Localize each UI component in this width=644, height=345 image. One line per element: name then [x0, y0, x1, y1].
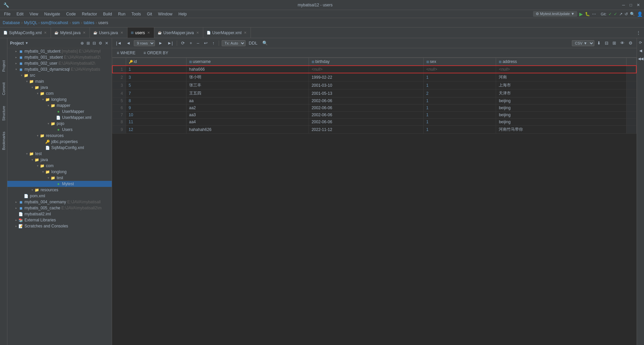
- maximize-button[interactable]: □: [629, 3, 633, 7]
- sidebar-expand-btn[interactable]: ⊞: [86, 40, 91, 46]
- tree-mybatis001[interactable]: ▸ ◼ mybatis_001_student E:\JAVA\mybatisa…: [7, 54, 112, 60]
- menu-refactor[interactable]: Refactor: [79, 11, 100, 17]
- menu-edit[interactable]: Edit: [14, 11, 26, 17]
- tree-src[interactable]: ▾ 📁 src: [7, 72, 112, 78]
- tab-sqlmapconfig[interactable]: 📄 SqlMapConfig.xml ✕: [0, 27, 51, 38]
- sidebar-close-btn[interactable]: ✕: [104, 40, 109, 46]
- tab-more-btn[interactable]: ⋮: [635, 29, 642, 36]
- csv-selector[interactable]: CSV ▼: [572, 40, 594, 46]
- tree-test[interactable]: ▾ 📁 test: [7, 151, 112, 157]
- tree-test-testfolder[interactable]: ▾ 📁 test: [7, 175, 112, 181]
- sidebar-collapse-btn[interactable]: ⊟: [92, 40, 97, 46]
- tree-com[interactable]: ▾ 📁 com: [7, 90, 112, 96]
- cell-sex[interactable]: <null>: [423, 66, 496, 73]
- breadcrumb-users[interactable]: users: [98, 20, 108, 25]
- cell-username[interactable]: 王五四: [186, 89, 309, 97]
- sidebar-dropdown-icon[interactable]: ▼: [25, 41, 29, 45]
- table-row[interactable]: 4 7 王五四 2001-05-13 2 天津市: [112, 89, 636, 97]
- tree-users-class[interactable]: ● Users: [7, 127, 112, 133]
- ddl-btn[interactable]: DDL: [248, 40, 259, 46]
- cell-address[interactable]: beijing: [496, 119, 626, 126]
- minimize-button[interactable]: ─: [621, 3, 626, 7]
- menu-view[interactable]: View: [27, 11, 41, 17]
- cell-birthday[interactable]: 2002-06-06: [309, 97, 423, 105]
- cell-id[interactable]: 5: [126, 81, 186, 89]
- tree-usermapper-class[interactable]: ● UserMapper: [7, 109, 112, 115]
- sidebar-settings-btn[interactable]: ⚙: [98, 40, 103, 46]
- menu-help[interactable]: Help: [176, 11, 190, 17]
- tree-jdbc-props[interactable]: 🔑 jdbc.properties: [7, 139, 112, 145]
- cell-username[interactable]: aa2: [186, 105, 309, 112]
- table-row[interactable]: 3 5 张三丰 2001-03-10 1 上海市: [112, 81, 636, 89]
- panel-tab-bookmarks[interactable]: Bookmarks: [2, 130, 6, 152]
- cell-birthday[interactable]: 2002-06-06: [309, 112, 423, 119]
- commit-btn[interactable]: ↑: [211, 40, 216, 46]
- panel-tab-project[interactable]: Project: [2, 58, 6, 74]
- close-button[interactable]: ✕: [636, 3, 641, 7]
- nav-last-btn[interactable]: ►|: [166, 40, 174, 46]
- tree-external-libs[interactable]: ▸ 📚 External Libraries: [7, 217, 112, 223]
- tree-sqlmapconfig[interactable]: 📄 SqlMapConfig.xml: [7, 145, 112, 151]
- cell-address[interactable]: beijing: [496, 112, 626, 119]
- table-row[interactable]: 1 1 haha666 <null> <null> <null>: [112, 66, 636, 73]
- cell-username[interactable]: aa3: [186, 112, 309, 119]
- cell-address[interactable]: 河南: [496, 73, 626, 81]
- menu-run[interactable]: Run: [115, 11, 128, 17]
- tree-scratches[interactable]: ▸ 📝 Scratches and Consoles: [7, 223, 112, 229]
- breadcrumb-ssm[interactable]: ssm: [72, 20, 79, 25]
- more-run-options[interactable]: ⋯: [592, 12, 596, 16]
- menu-code[interactable]: Code: [63, 11, 78, 17]
- tab-usersjava-close[interactable]: ✕: [120, 30, 124, 35]
- cell-id[interactable]: 1: [126, 66, 186, 73]
- cell-birthday[interactable]: 1999-02-22: [309, 73, 423, 81]
- cell-id[interactable]: 9: [126, 105, 186, 112]
- table-row[interactable]: 2 3 张小明 1999-02-22 1 河南: [112, 73, 636, 81]
- view-settings-btn[interactable]: 👁: [619, 40, 626, 46]
- col-settings-btn[interactable]: ⊞: [611, 40, 618, 46]
- tab-usermapper[interactable]: ☕ UserMapper.java ✕: [154, 27, 203, 38]
- tree-java[interactable]: ▾ 📁 java: [7, 84, 112, 90]
- col-birthday[interactable]: ⊞birthday: [309, 58, 423, 66]
- refresh-btn[interactable]: ⟳: [180, 40, 186, 46]
- nav-prev-btn[interactable]: ◄: [125, 40, 132, 46]
- tree-test-com[interactable]: ▾ 📁 com: [7, 163, 112, 169]
- tree-main[interactable]: ▾ 📁 main: [7, 78, 112, 84]
- git-check2-icon[interactable]: ✓: [614, 12, 617, 16]
- tab-mytest-close[interactable]: ✕: [82, 30, 86, 35]
- cell-id[interactable]: 12: [126, 126, 186, 134]
- breadcrumb-database[interactable]: Database: [3, 20, 20, 25]
- download-btn[interactable]: ⬇: [596, 40, 602, 46]
- tree-mapper[interactable]: ▾ 📁 mapper: [7, 102, 112, 109]
- table-row[interactable]: 7 10 aa3 2002-06-06 1 beijing: [112, 112, 636, 119]
- tree-mybatis005[interactable]: ▸ ◼ mybatis_005_cache E:\JAVA\mybatisall…: [7, 205, 112, 211]
- search-data-btn[interactable]: 🔍: [261, 40, 269, 46]
- tree-test-java[interactable]: ▾ 📁 java: [7, 157, 112, 163]
- tree-pojo[interactable]: ▾ 📁 pojo: [7, 121, 112, 127]
- tab-users-java[interactable]: ☕ Users.java ✕: [90, 27, 127, 38]
- col-username[interactable]: ⊞username: [186, 58, 309, 66]
- tab-usermapper-xml[interactable]: 📄 UserMapper.xml ✕: [203, 27, 251, 38]
- menu-build[interactable]: Build: [100, 11, 115, 17]
- tree-usermapper-xml[interactable]: 📄 UserMapper.xml: [7, 115, 112, 121]
- cell-sex[interactable]: 1: [423, 97, 496, 105]
- breadcrumb-mysql[interactable]: MySQL - ssm@localhost: [24, 20, 68, 25]
- cell-address[interactable]: beijing: [496, 105, 626, 112]
- cell-username[interactable]: hahahah626: [186, 126, 309, 134]
- menu-window[interactable]: Window: [155, 11, 175, 17]
- run-button[interactable]: ▶: [579, 11, 583, 17]
- table-settings-btn[interactable]: ⚙: [627, 40, 634, 46]
- run-config-selector[interactable]: ⚙ Mytest.testUpdate ▼: [533, 11, 577, 17]
- cell-id[interactable]: 11: [126, 119, 186, 126]
- tree-test-longlong[interactable]: ▾ 📁 longlong: [7, 169, 112, 175]
- cell-username[interactable]: haha666: [186, 66, 309, 73]
- filter-btn-right[interactable]: ⊟: [603, 40, 610, 46]
- cell-sex[interactable]: 1: [423, 126, 496, 134]
- cell-address[interactable]: 河南竹马带你: [496, 126, 626, 134]
- tab-usermapper-close[interactable]: ✕: [196, 30, 200, 35]
- col-sex[interactable]: ⊞sex: [423, 58, 496, 66]
- right-icon-2[interactable]: ◀: [638, 48, 644, 54]
- cell-sex[interactable]: 1: [423, 105, 496, 112]
- right-icon-3[interactable]: ◀◀: [638, 56, 644, 62]
- cell-username[interactable]: aa4: [186, 119, 309, 126]
- cell-birthday[interactable]: <null>: [309, 66, 423, 73]
